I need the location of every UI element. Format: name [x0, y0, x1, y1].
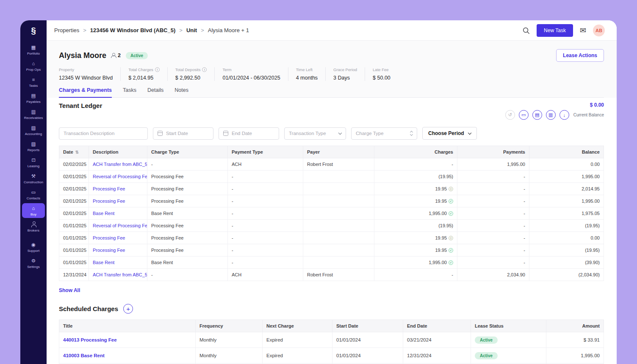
show-all-link[interactable]: Show All — [59, 287, 80, 293]
main-area: Properties 123456 W Windsor Blvd (ABC_5)… — [47, 20, 617, 364]
sidebar-item[interactable]: ▦ Portfolio — [22, 42, 45, 57]
transaction-description-input[interactable] — [59, 127, 148, 140]
col-payment-type: Payment Type — [228, 146, 303, 158]
buy-icon: ⌂ — [31, 205, 36, 211]
new-task-button[interactable]: New Task — [537, 24, 573, 37]
app-logo[interactable]: § — [20, 20, 47, 41]
cell-balance: 2,014.95 — [529, 183, 604, 195]
cell-payment-type: - — [228, 183, 303, 195]
sidebar-item[interactable]: ⊡ Leasing — [22, 155, 45, 170]
cell-payment-type: ACH — [228, 269, 303, 281]
start-date-input[interactable] — [153, 127, 213, 140]
scheduled-charge-link[interactable]: 440013 Processing Fee — [59, 332, 196, 348]
lease-status-badge: Active — [475, 336, 498, 344]
col-date[interactable]: Date⇅ — [59, 146, 89, 158]
stat-value: 4 months — [296, 75, 318, 81]
cell-payment-type: - — [228, 256, 303, 269]
sidebar-item[interactable]: ▭ Contacts — [22, 187, 45, 202]
sidebar-item[interactable]: ≡ Tasks — [22, 74, 45, 89]
col-lease-status: Lease Status — [471, 320, 546, 332]
add-scheduled-charge-button[interactable]: + — [123, 304, 133, 314]
charge-status-icon[interactable] — [449, 248, 453, 253]
sidebar-item[interactable]: ⌂ Buy — [22, 203, 45, 218]
cell-charge-type: Base Rent — [147, 256, 228, 269]
leasing-icon: ⊡ — [31, 157, 36, 163]
stat-label: Property — [59, 67, 113, 72]
cell-balance: 0.00 — [529, 158, 604, 171]
info-icon[interactable] — [155, 67, 160, 72]
breadcrumb-item[interactable]: Unit — [175, 27, 197, 33]
sort-icon[interactable]: ⇅ — [75, 150, 79, 154]
app-window: § ▦ Portfolio ⌂ Prop Ops ≡ Tasks — [20, 20, 617, 364]
charge-status-icon[interactable] — [449, 236, 453, 240]
col-start-date: Start Date — [332, 320, 403, 332]
transaction-link[interactable]: Base Rent — [89, 207, 147, 220]
transaction-link[interactable]: ACH Transfer from ABC_5 — [89, 158, 147, 171]
col-end-date: End Date — [403, 320, 471, 332]
transaction-type-select[interactable]: Transaction Type — [284, 127, 346, 140]
current-balance-label: Current Balance — [573, 113, 604, 117]
transaction-link[interactable]: Reversal of Processing Fee — [89, 171, 147, 183]
sidebar-item-label: Tasks — [29, 84, 38, 88]
charge-status-icon[interactable] — [449, 211, 453, 216]
cell-frequency: Monthly — [196, 348, 263, 364]
start-date-field[interactable] — [166, 131, 209, 136]
breadcrumb-item[interactable]: Alysia Moore + 1 — [197, 27, 249, 33]
lease-header: Alysia Moore 2 Active Lease Actions Prop… — [47, 41, 617, 98]
sidebar-item[interactable]: Brokers — [22, 219, 45, 234]
charge-status-icon[interactable] — [449, 199, 453, 204]
ledger-row: 01/01/2025 Base Rent Base Rent - 1,995.0… — [59, 256, 604, 269]
sidebar-item[interactable]: ◉ Support — [22, 240, 45, 254]
charge-status-icon[interactable] — [449, 187, 453, 191]
search-icon[interactable] — [522, 27, 530, 34]
sidebar-item[interactable]: ▥ Receivables — [22, 107, 45, 121]
transaction-link[interactable]: Base Rent — [89, 256, 147, 269]
charge-status-icon[interactable] — [449, 260, 453, 265]
sidebar-item[interactable]: ▧ Accounting — [22, 123, 45, 138]
receipt-icon[interactable]: ▤ — [532, 110, 542, 120]
transaction-link[interactable]: Processing Fee — [89, 232, 147, 244]
choose-period-dropdown[interactable]: Choose Period — [422, 127, 477, 140]
calendar-icon — [223, 131, 228, 136]
breadcrumb-item[interactable]: Properties — [54, 27, 79, 33]
cell-charge-type: Processing Fee — [147, 171, 228, 183]
transaction-link[interactable]: Processing Fee — [89, 195, 147, 207]
sidebar-item[interactable]: ▤ Payables — [22, 91, 45, 105]
sidebar-item[interactable]: ⚙ Settings — [22, 256, 45, 270]
cell-payer: Robert Frost — [303, 269, 374, 281]
statement-icon[interactable]: ▥ — [546, 110, 556, 120]
cell-charges: (19.95) — [374, 220, 457, 232]
sidebar-item[interactable]: ▨ Reports — [22, 139, 45, 154]
sidebar-item-label: Receivables — [24, 116, 43, 120]
end-date-field[interactable] — [232, 131, 274, 136]
cell-date: 02/01/2025 — [59, 171, 89, 183]
breadcrumb-item[interactable]: 123456 W Windsor Blvd (ABC_5) — [79, 27, 175, 33]
download-icon[interactable]: ↓ — [559, 110, 569, 120]
charge-type-select[interactable]: Charge Type — [351, 127, 417, 140]
sidebar-item[interactable]: ⚒ Construction — [22, 171, 45, 186]
undo-icon[interactable]: ↺ — [505, 110, 515, 120]
sidebar-item[interactable]: ⌂ Prop Ops — [22, 58, 45, 73]
info-icon[interactable] — [202, 67, 207, 72]
transaction-link[interactable]: Reversal of Processing Fee — [89, 220, 147, 232]
avatar[interactable]: AB — [593, 25, 605, 36]
stat-value: $ 2,992.50 — [175, 75, 207, 81]
portfolio-icon: ▦ — [31, 44, 36, 50]
cell-frequency: Monthly — [196, 332, 263, 348]
payment-icon[interactable]: ▭ — [519, 110, 529, 120]
transaction-link[interactable]: Processing Fee — [89, 183, 147, 195]
end-date-input[interactable] — [219, 127, 279, 140]
cell-balance: (2,034.90) — [529, 269, 604, 281]
tab[interactable]: Notes — [174, 87, 188, 98]
transaction-link[interactable]: Processing Fee — [89, 244, 147, 256]
mail-icon[interactable]: ✉ — [580, 26, 586, 35]
tab[interactable]: Details — [147, 87, 163, 98]
topbar: Properties 123456 W Windsor Blvd (ABC_5)… — [47, 20, 617, 41]
scheduled-charge-link[interactable]: 410003 Base Rent — [59, 348, 196, 364]
occupants[interactable]: 2 — [111, 52, 121, 58]
tab[interactable]: Charges & Payments — [59, 87, 112, 98]
tab[interactable]: Tasks — [123, 87, 136, 98]
transaction-link[interactable]: ACH Transfer from ABC_5 — [89, 269, 147, 281]
lease-actions-button[interactable]: Lease Actions — [556, 49, 604, 62]
stepper-icon — [410, 131, 413, 135]
